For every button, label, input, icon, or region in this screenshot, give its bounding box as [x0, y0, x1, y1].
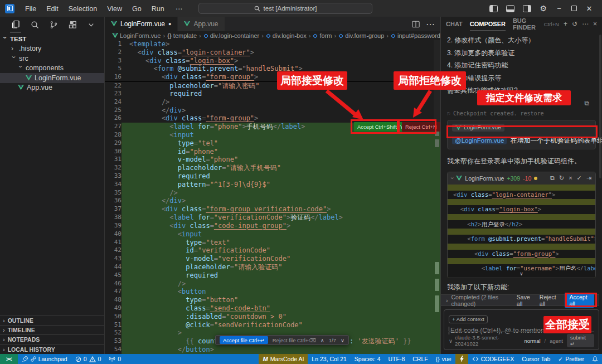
- marscode-ai-item[interactable]: MMarsCode AI: [259, 354, 308, 364]
- code-line[interactable]: 29 type="tel": [105, 139, 440, 148]
- panel-close-icon[interactable]: ×: [593, 20, 597, 28]
- previous-diff-icon[interactable]: ∧: [321, 337, 324, 343]
- panel-scrollbar[interactable]: [599, 35, 601, 178]
- remote-indicator[interactable]: ><: [0, 354, 18, 364]
- code-line[interactable]: 50 :disabled="countdown > 0": [105, 313, 440, 321]
- code-line[interactable]: 39 <div class="code-input-group">: [105, 222, 440, 230]
- save-all-button[interactable]: Save all: [517, 294, 533, 307]
- collapse-icon[interactable]: ›: [449, 177, 455, 179]
- code-line[interactable]: 22 placeholder="请输入密码": [105, 81, 440, 90]
- window-maximize-button[interactable]: [571, 6, 577, 11]
- expand-icon[interactable]: ›: [446, 297, 448, 304]
- menu-go[interactable]: Go: [127, 3, 147, 14]
- gear-icon[interactable]: ⚙: [540, 4, 547, 13]
- code-line[interactable]: 2 <div class="login-container">: [105, 48, 440, 57]
- tab-composer[interactable]: COMPOSER: [470, 17, 506, 31]
- window-close-button[interactable]: ✕: [585, 4, 593, 13]
- open-in-editor-icon[interactable]: ⇥: [586, 174, 591, 182]
- notifications-item[interactable]: [588, 354, 602, 364]
- code-line[interactable]: 36 </div>: [105, 197, 440, 205]
- code-line[interactable]: 41 type="text": [105, 239, 440, 247]
- copy-response-icon[interactable]: ⧉: [584, 99, 589, 107]
- code-line[interactable]: 40 <input: [105, 230, 440, 239]
- toggle-right-panel-icon[interactable]: [523, 5, 531, 12]
- cursor-position-item[interactable]: Ln 23, Col 21: [308, 354, 350, 364]
- language-mode-item[interactable]: {}vue: [432, 354, 455, 364]
- breadcrumb-item[interactable]: form: [313, 32, 332, 39]
- history-icon[interactable]: ↺: [572, 20, 577, 28]
- code-line[interactable]: 42 id="verificationCode": [105, 246, 440, 255]
- next-diff-icon[interactable]: ∨: [341, 337, 344, 343]
- tree-root[interactable]: ›TEST: [0, 34, 104, 44]
- accept-change-button[interactable]: Accept Ctrl+Shift+Y: [354, 122, 407, 132]
- menu-view[interactable]: View: [102, 3, 127, 14]
- message-file-chip[interactable]: LoginForm.vue: [452, 124, 504, 132]
- window-minimize-button[interactable]: −: [555, 4, 563, 13]
- app-logo-icon[interactable]: [5, 4, 14, 13]
- breadcrumb-item[interactable]: div.login-container: [203, 32, 259, 39]
- code-line[interactable]: 24 />: [105, 98, 440, 106]
- prettier-item[interactable]: ✓Prettier: [554, 354, 588, 364]
- code-line[interactable]: 49 class="send-code-btn": [105, 304, 440, 313]
- mode-normal[interactable]: normal: [524, 338, 540, 344]
- problems-item[interactable]: 0 0: [71, 354, 105, 364]
- code-line[interactable]: 16 <div class="form-group">: [105, 73, 440, 81]
- cursor-tab-item[interactable]: Cursor Tab: [518, 354, 554, 364]
- code-line[interactable]: 28 <input: [105, 131, 440, 139]
- explorer-icon[interactable]: [10, 17, 21, 32]
- code-line[interactable]: 38 <label for="verificationCode">验证码</la…: [105, 213, 440, 222]
- sidebar-section-outline[interactable]: ›OUTLINE: [0, 316, 104, 325]
- code-line[interactable]: 44 placeholder="请输入验证码": [105, 263, 440, 271]
- tree-item--history[interactable]: ›.history: [0, 44, 104, 54]
- eol-item[interactable]: CRLF: [409, 354, 431, 364]
- code-line[interactable]: 37 <div class="form-group verification-c…: [105, 205, 440, 213]
- code-line[interactable]: 23 required: [105, 90, 440, 98]
- accept-code-icon[interactable]: ✓: [577, 174, 582, 182]
- editor-more-actions-icon[interactable]: ⋯: [426, 19, 435, 30]
- breadcrumb-item[interactable]: div.login-box: [266, 32, 307, 39]
- code-line[interactable]: 45 required: [105, 271, 440, 280]
- accept-all-button[interactable]: Accept all: [565, 293, 594, 308]
- toggle-left-sidebar-icon[interactable]: [489, 5, 498, 12]
- sidebar-section-notepads[interactable]: ›NOTEPADS: [0, 334, 104, 344]
- reject-code-icon[interactable]: ×: [569, 174, 572, 182]
- code-line[interactable]: 34 pattern="^1[3-9]\d{9}$": [105, 181, 440, 189]
- toggle-bottom-panel-icon[interactable]: [506, 5, 514, 12]
- panel-more-icon[interactable]: ⋯: [582, 20, 589, 28]
- tree-item-components[interactable]: ›components: [0, 64, 104, 74]
- chevron-down-icon[interactable]: [86, 17, 96, 32]
- copy-code-icon[interactable]: ⧉: [550, 174, 555, 182]
- code-line[interactable]: 3 <div class="login-box">: [105, 57, 440, 65]
- split-editor-icon[interactable]: [412, 21, 420, 28]
- tab-app-vue[interactable]: App.vue: [177, 17, 224, 31]
- source-control-icon[interactable]: [48, 17, 59, 32]
- breadcrumb-item[interactable]: LoginForm.vue: [112, 32, 161, 39]
- tab-bug-finder[interactable]: BUG FINDER: [513, 17, 537, 31]
- code-editor[interactable]: 1<template>2 <div class="login-container…: [105, 40, 440, 354]
- tab-chat[interactable]: CHAT: [446, 17, 463, 31]
- tree-item-src[interactable]: ›src: [0, 54, 104, 64]
- breadcrumb-item[interactable]: div.form-group: [338, 32, 384, 39]
- extensions-icon[interactable]: [67, 17, 78, 32]
- accept-file-button[interactable]: Accept file Ctrl+↵: [220, 336, 268, 344]
- indentation-item[interactable]: Spaces: 4: [351, 354, 385, 364]
- code-block-body[interactable]: <div class="login-container"> <div class…: [448, 185, 595, 278]
- code-line[interactable]: 54 </button>: [105, 346, 440, 354]
- submit-button[interactable]: submit ↵: [567, 334, 594, 347]
- code-block-header[interactable]: › LoginForm.vue +309 -10 ⧉ ↻ × ✓ ⇥: [448, 172, 595, 185]
- search-box[interactable]: test [Administrator]: [198, 3, 372, 14]
- code-line[interactable]: 43 v-model="verificationCode": [105, 255, 440, 263]
- extension-status-item[interactable]: [455, 354, 468, 364]
- search-sidebar-icon[interactable]: [30, 17, 40, 32]
- menu-file[interactable]: File: [20, 3, 41, 14]
- menu-edit[interactable]: Edit: [41, 3, 64, 14]
- sidebar-section-local-history[interactable]: ›LOCAL HISTORY: [0, 344, 104, 354]
- code-line[interactable]: 26 <div class="form-group">: [105, 114, 440, 123]
- new-session-icon[interactable]: +: [564, 20, 567, 28]
- menu-more[interactable]: ⋯: [171, 3, 188, 14]
- code-line[interactable]: 47 <button: [105, 288, 440, 296]
- code-line[interactable]: 46 />: [105, 280, 440, 288]
- code-line[interactable]: 30 id="phone": [105, 148, 440, 156]
- reject-all-button[interactable]: Reject all: [540, 294, 559, 307]
- tree-item-app-vue[interactable]: App.vue: [0, 83, 104, 93]
